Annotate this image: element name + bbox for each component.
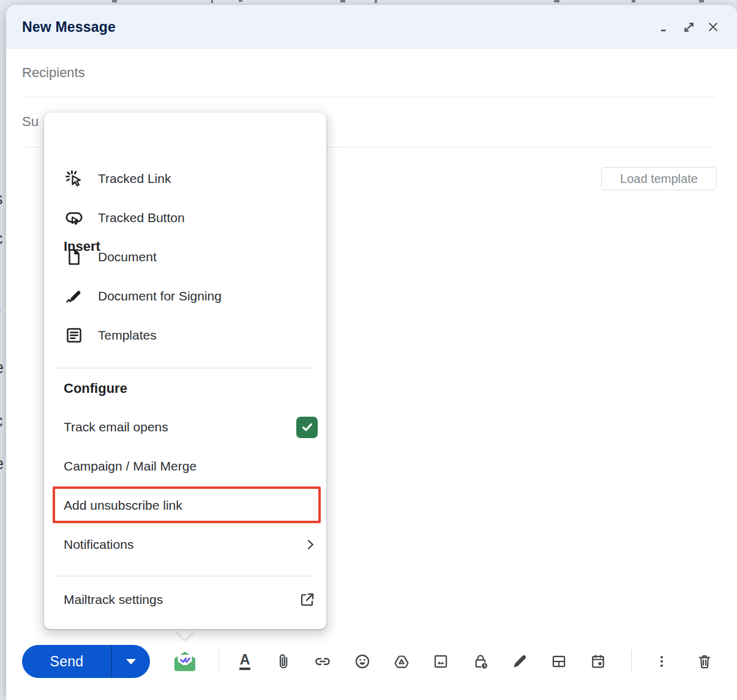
close-icon (707, 21, 719, 33)
send-label: Send (50, 653, 84, 670)
mailtrack-menu-button[interactable] (171, 648, 198, 675)
menu-item-label: Document for Signing (98, 289, 318, 303)
insert-link-icon (313, 652, 332, 671)
formatting-icon: A (239, 653, 251, 670)
formatting-options-button[interactable]: A (231, 648, 258, 675)
menu-item-label: Add unsubscribe link (64, 498, 318, 513)
tracked-button-icon (64, 207, 84, 228)
menu-divider (56, 576, 315, 576)
background-text-fragment: e (0, 360, 4, 376)
tracked-link-icon (64, 168, 84, 189)
menu-item-label: Tracked Link (98, 171, 318, 186)
templates-icon (64, 325, 84, 346)
menu-item-label: Mailtrack settings (64, 592, 299, 607)
chevron-right-icon (303, 537, 318, 552)
menu-item-campaign-mail-merge[interactable]: Campaign / Mail Merge (44, 447, 326, 486)
menu-item-add-unsubscribe-link[interactable]: Add unsubscribe link (44, 486, 326, 525)
menu-section-header-configure: Configure (64, 381, 318, 397)
menu-item-label: Tracked Button (98, 210, 318, 225)
menu-item-tracked-button[interactable]: Tracked Button (44, 198, 326, 237)
signature-pen-icon (511, 653, 528, 670)
lock-clock-icon (472, 653, 489, 670)
background-text-mark (239, 0, 242, 2)
close-button[interactable] (704, 18, 722, 36)
schedule-calendar-icon (589, 653, 607, 670)
more-options-button[interactable] (648, 648, 675, 675)
page-background: ( s c / e c e ) New Message (0, 0, 737, 700)
recipients-field[interactable]: Recipients (22, 49, 715, 97)
more-options-icon (654, 653, 670, 669)
background-text-mark (375, 0, 377, 3)
insert-emoji-button[interactable] (349, 648, 376, 675)
layout-button[interactable] (545, 648, 572, 675)
background-text-fragment: / (0, 309, 1, 326)
toolbar-divider (219, 650, 219, 673)
load-template-label: Load template (620, 172, 698, 186)
menu-item-label: Campaign / Mail Merge (64, 459, 318, 474)
menu-pointer-tail (174, 629, 195, 639)
emoji-icon (354, 653, 371, 670)
insert-image-icon (432, 653, 449, 670)
insert-from-drive-button[interactable] (388, 648, 415, 675)
expand-button[interactable] (679, 18, 698, 36)
recipients-placeholder: Recipients (22, 65, 85, 81)
background-text-mark (340, 0, 345, 2)
window-title: New Message (22, 19, 116, 35)
menu-item-tracked-link[interactable]: Tracked Link (44, 159, 326, 198)
minimize-button[interactable] (655, 18, 673, 36)
menu-item-document[interactable]: Document (44, 237, 326, 277)
background-text-mark (699, 0, 704, 2)
insert-link-button[interactable] (309, 648, 336, 675)
discard-draft-button[interactable] (691, 648, 718, 675)
toolbar-divider (631, 650, 632, 673)
background-text-mark (112, 0, 117, 2)
drive-icon (393, 653, 410, 670)
mailtrack-icon (172, 650, 198, 672)
confidential-mode-button[interactable] (467, 648, 494, 675)
menu-item-label: Document (98, 250, 318, 264)
background-text-fragment: s (0, 191, 3, 207)
menu-item-label: Notifications (64, 537, 303, 552)
send-options-button[interactable] (111, 645, 150, 678)
background-text-fragment: c (0, 231, 3, 247)
menu-item-label: Track email opens (64, 420, 296, 434)
schedule-send-button[interactable] (585, 648, 612, 675)
attach-file-icon (275, 653, 292, 670)
background-text-fragment: c (0, 413, 3, 430)
background-text-mark (632, 0, 635, 2)
menu-item-document-for-signing[interactable]: Document for Signing (44, 277, 326, 316)
menu-item-track-email-opens[interactable]: Track email opens (44, 408, 326, 447)
menu-item-label: Templates (98, 328, 318, 343)
background-text-mark (211, 0, 213, 3)
track-opens-checkbox[interactable] (296, 417, 318, 438)
attach-files-button[interactable] (270, 648, 297, 675)
signature-button[interactable] (506, 648, 533, 675)
insert-photo-button[interactable] (427, 648, 454, 675)
layout-icon (550, 653, 567, 670)
trash-icon (696, 653, 713, 670)
menu-item-mailtrack-settings[interactable]: Mailtrack settings (44, 580, 326, 619)
load-template-button[interactable]: Load template (601, 167, 717, 190)
compose-header: New Message (6, 5, 737, 49)
chevron-down-icon (126, 659, 136, 665)
background-text-fragment: e (0, 456, 4, 472)
document-icon (64, 247, 84, 267)
mailtrack-menu: Insert Tracked Link Tracked Button Docum… (44, 113, 326, 629)
send-button-split[interactable]: Send (22, 645, 150, 678)
subject-placeholder: Su (22, 114, 39, 130)
external-link-icon (299, 592, 315, 608)
menu-item-templates[interactable]: Templates (44, 316, 326, 355)
open-in-full-icon (683, 21, 695, 34)
window-controls (655, 18, 722, 36)
menu-item-notifications[interactable]: Notifications (44, 525, 326, 564)
document-signing-icon (64, 286, 84, 307)
background-text-mark (554, 0, 559, 2)
menu-divider (56, 368, 315, 368)
send-button[interactable]: Send (22, 645, 111, 678)
minimize-icon (658, 21, 670, 33)
